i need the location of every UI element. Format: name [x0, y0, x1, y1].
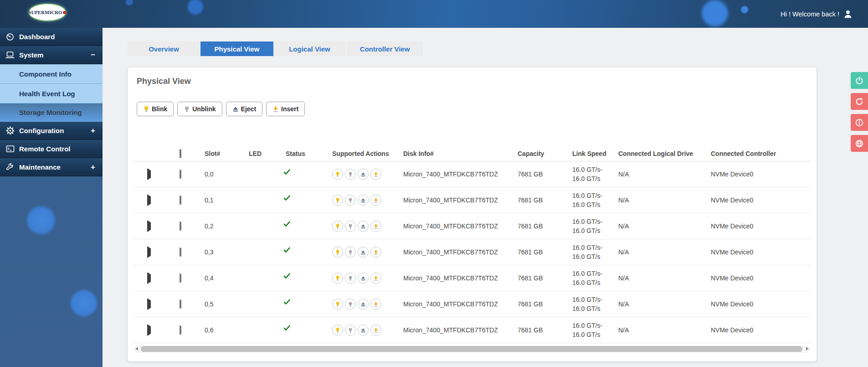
row-expand-arrow[interactable] [147, 220, 151, 232]
row-insert-icon[interactable] [370, 169, 381, 180]
decorative-circle [188, 0, 203, 15]
sidebar-item-health-event-log[interactable]: Health Event Log [0, 84, 103, 103]
sidebar-item-label: Health Event Log [19, 90, 75, 98]
row-checkbox[interactable] [180, 170, 181, 179]
row-blink-icon[interactable] [332, 325, 343, 336]
eject-button[interactable]: Eject [226, 102, 262, 116]
expand-plus-icon[interactable]: + [91, 163, 95, 171]
row-unblink-icon[interactable] [345, 169, 356, 180]
collapse-minus-icon[interactable]: − [91, 51, 95, 59]
drive-actions-toolbar: Blink Unblink Eject [137, 102, 305, 116]
scrollbar-thumb[interactable] [141, 346, 802, 352]
expand-plus-icon[interactable]: + [91, 127, 95, 134]
disk-info: Micron_7400_MTFDKCB7T6TDZ [403, 171, 498, 178]
refresh-button[interactable] [851, 93, 868, 110]
sidebar-item-remote-control[interactable]: Remote Control [0, 140, 103, 158]
column-header-capacity: Capacity [518, 150, 544, 157]
power-icon [855, 76, 864, 85]
row-blink-icon[interactable] [332, 221, 343, 232]
horizontal-scrollbar[interactable] [134, 345, 810, 353]
sidebar-item-storage-monitoring[interactable]: Storage Monitoring [0, 103, 103, 122]
row-checkbox[interactable] [180, 248, 181, 257]
tab-controller-view[interactable]: Controller View [346, 41, 424, 56]
scroll-left-arrow[interactable] [135, 347, 138, 351]
row-insert-icon[interactable] [370, 325, 381, 336]
disk-info: Micron_7400_MTFDKCB7T6TDZ [403, 300, 498, 308]
disk-info: Micron_7400_MTFDKCB7T6TDZ [403, 222, 498, 230]
row-unblink-icon[interactable] [345, 221, 356, 232]
row-blink-icon[interactable] [332, 299, 343, 310]
row-checkbox[interactable] [180, 196, 181, 205]
table-row: 0,1 [134, 187, 810, 213]
row-insert-icon[interactable] [370, 221, 381, 232]
unblink-label: Unblink [192, 105, 216, 113]
row-eject-icon[interactable] [358, 273, 369, 284]
connected-logical-drive: N/A [618, 300, 629, 308]
terminal-icon [5, 145, 15, 154]
row-unblink-icon[interactable] [345, 325, 356, 336]
row-eject-icon[interactable] [358, 325, 369, 336]
tab-logical-view[interactable]: Logical View [273, 41, 346, 56]
sidebar-item-label: System [19, 51, 43, 59]
row-unblink-icon[interactable] [345, 299, 356, 310]
row-eject-icon[interactable] [358, 169, 369, 180]
row-eject-icon[interactable] [358, 299, 369, 310]
link-speed: 16.0 GT/s- 16.0 GT/s [572, 191, 602, 209]
row-expand-arrow[interactable] [147, 246, 151, 258]
link-speed: 16.0 GT/s- 16.0 GT/s [572, 295, 602, 313]
info-button[interactable] [851, 114, 868, 131]
sidebar-item-system[interactable]: System − [0, 46, 103, 64]
row-expand-arrow[interactable] [147, 324, 151, 336]
row-eject-icon[interactable] [358, 221, 369, 232]
link-speed: 16.0 GT/s- 16.0 GT/s [572, 165, 602, 183]
connected-logical-drive: N/A [618, 196, 629, 204]
unblink-button[interactable]: Unblink [177, 102, 222, 116]
sidebar-item-configuration[interactable]: Configuration + [0, 122, 103, 140]
row-insert-icon[interactable] [370, 195, 381, 206]
supported-actions-group [332, 247, 381, 258]
sidebar-item-component-info[interactable]: Component Info [0, 64, 103, 84]
row-checkbox[interactable] [180, 222, 181, 231]
row-checkbox[interactable] [180, 300, 181, 309]
decorative-circle [702, 0, 728, 26]
insert-button[interactable]: Insert [266, 102, 305, 116]
row-insert-icon[interactable] [370, 273, 381, 284]
scroll-right-arrow[interactable] [806, 347, 809, 351]
tab-physical-view[interactable]: Physical View [200, 41, 273, 56]
row-blink-icon[interactable] [332, 247, 343, 258]
row-insert-icon[interactable] [370, 247, 381, 258]
table-row: 0,5 [134, 291, 810, 317]
row-expand-arrow[interactable] [147, 272, 151, 284]
column-header-slot: Slot# [205, 150, 220, 157]
row-unblink-icon[interactable] [345, 247, 356, 258]
row-expand-arrow[interactable] [147, 298, 151, 310]
column-header-logical-drive: Connected Logical Drive [618, 150, 693, 157]
row-insert-icon[interactable] [370, 299, 381, 310]
connected-controller: NVMe Device0 [711, 300, 753, 308]
row-eject-icon[interactable] [358, 247, 369, 258]
row-blink-icon[interactable] [332, 169, 343, 180]
row-expand-arrow[interactable] [147, 194, 151, 206]
row-eject-icon[interactable] [358, 195, 369, 206]
row-checkbox[interactable] [180, 326, 181, 335]
row-unblink-icon[interactable] [345, 195, 356, 206]
row-blink-icon[interactable] [332, 195, 343, 206]
supported-actions-group [332, 299, 381, 310]
select-all-checkbox[interactable] [180, 149, 181, 158]
row-expand-arrow[interactable] [147, 168, 151, 180]
blink-label: Blink [152, 105, 167, 113]
link-speed: 16.0 GT/s- 16.0 GT/s [572, 321, 602, 339]
tab-overview[interactable]: Overview [128, 41, 200, 56]
user-icon[interactable] [843, 10, 853, 19]
sidebar-item-dashboard[interactable]: Dashboard [0, 28, 103, 46]
gauge-icon [5, 32, 15, 41]
row-blink-icon[interactable] [332, 273, 343, 284]
sidebar-item-maintenance[interactable]: Maintenance + [0, 158, 103, 176]
blink-button[interactable]: Blink [137, 102, 174, 116]
row-checkbox[interactable] [180, 274, 181, 283]
locale-button[interactable] [851, 135, 868, 152]
row-unblink-icon[interactable] [345, 273, 356, 284]
power-button[interactable] [851, 72, 868, 89]
connected-logical-drive: N/A [618, 171, 629, 178]
capacity: 7681 GB [518, 326, 543, 334]
